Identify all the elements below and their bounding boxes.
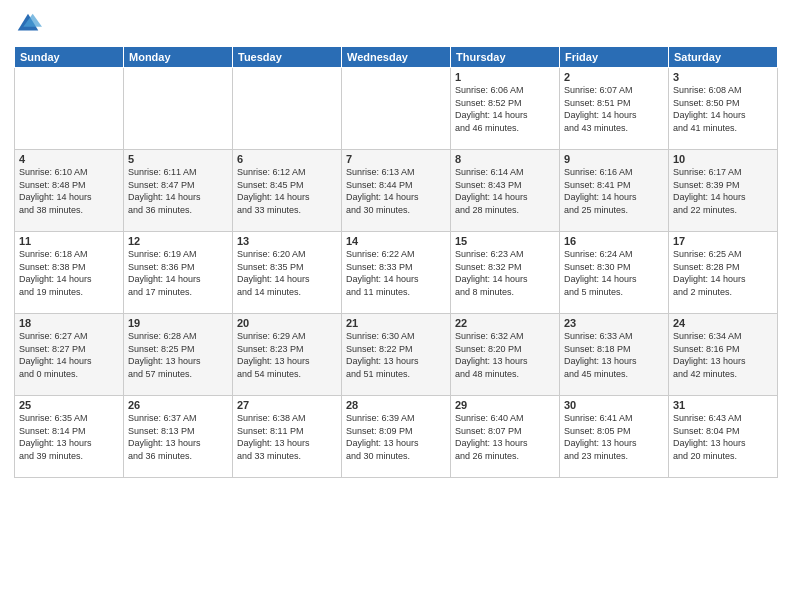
- day-number: 25: [19, 399, 119, 411]
- day-info: Sunrise: 6:20 AM Sunset: 8:35 PM Dayligh…: [237, 248, 337, 298]
- calendar-body: 1Sunrise: 6:06 AM Sunset: 8:52 PM Daylig…: [15, 68, 778, 478]
- calendar-cell: 8Sunrise: 6:14 AM Sunset: 8:43 PM Daylig…: [451, 150, 560, 232]
- calendar-cell: 27Sunrise: 6:38 AM Sunset: 8:11 PM Dayli…: [233, 396, 342, 478]
- day-info: Sunrise: 6:43 AM Sunset: 8:04 PM Dayligh…: [673, 412, 773, 462]
- day-info: Sunrise: 6:39 AM Sunset: 8:09 PM Dayligh…: [346, 412, 446, 462]
- day-number: 21: [346, 317, 446, 329]
- weekday-header: Tuesday: [233, 47, 342, 68]
- calendar-cell: 18Sunrise: 6:27 AM Sunset: 8:27 PM Dayli…: [15, 314, 124, 396]
- weekday-header: Saturday: [669, 47, 778, 68]
- calendar-cell: 11Sunrise: 6:18 AM Sunset: 8:38 PM Dayli…: [15, 232, 124, 314]
- calendar-header-row: SundayMondayTuesdayWednesdayThursdayFrid…: [15, 47, 778, 68]
- day-number: 31: [673, 399, 773, 411]
- day-number: 10: [673, 153, 773, 165]
- day-number: 4: [19, 153, 119, 165]
- day-number: 30: [564, 399, 664, 411]
- day-number: 19: [128, 317, 228, 329]
- day-number: 26: [128, 399, 228, 411]
- day-number: 24: [673, 317, 773, 329]
- calendar: SundayMondayTuesdayWednesdayThursdayFrid…: [14, 46, 778, 478]
- day-info: Sunrise: 6:30 AM Sunset: 8:22 PM Dayligh…: [346, 330, 446, 380]
- weekday-header: Wednesday: [342, 47, 451, 68]
- day-number: 5: [128, 153, 228, 165]
- day-info: Sunrise: 6:33 AM Sunset: 8:18 PM Dayligh…: [564, 330, 664, 380]
- day-number: 9: [564, 153, 664, 165]
- day-info: Sunrise: 6:13 AM Sunset: 8:44 PM Dayligh…: [346, 166, 446, 216]
- day-number: 11: [19, 235, 119, 247]
- day-info: Sunrise: 6:32 AM Sunset: 8:20 PM Dayligh…: [455, 330, 555, 380]
- day-number: 28: [346, 399, 446, 411]
- day-number: 16: [564, 235, 664, 247]
- day-number: 13: [237, 235, 337, 247]
- calendar-cell: 29Sunrise: 6:40 AM Sunset: 8:07 PM Dayli…: [451, 396, 560, 478]
- weekday-header: Monday: [124, 47, 233, 68]
- calendar-cell: 7Sunrise: 6:13 AM Sunset: 8:44 PM Daylig…: [342, 150, 451, 232]
- day-info: Sunrise: 6:19 AM Sunset: 8:36 PM Dayligh…: [128, 248, 228, 298]
- calendar-cell: 6Sunrise: 6:12 AM Sunset: 8:45 PM Daylig…: [233, 150, 342, 232]
- weekday-header: Friday: [560, 47, 669, 68]
- calendar-cell: 31Sunrise: 6:43 AM Sunset: 8:04 PM Dayli…: [669, 396, 778, 478]
- calendar-cell: [124, 68, 233, 150]
- day-info: Sunrise: 6:22 AM Sunset: 8:33 PM Dayligh…: [346, 248, 446, 298]
- calendar-cell: 3Sunrise: 6:08 AM Sunset: 8:50 PM Daylig…: [669, 68, 778, 150]
- day-number: 22: [455, 317, 555, 329]
- calendar-cell: [233, 68, 342, 150]
- calendar-cell: 23Sunrise: 6:33 AM Sunset: 8:18 PM Dayli…: [560, 314, 669, 396]
- day-info: Sunrise: 6:34 AM Sunset: 8:16 PM Dayligh…: [673, 330, 773, 380]
- day-info: Sunrise: 6:41 AM Sunset: 8:05 PM Dayligh…: [564, 412, 664, 462]
- day-number: 12: [128, 235, 228, 247]
- calendar-week-row: 18Sunrise: 6:27 AM Sunset: 8:27 PM Dayli…: [15, 314, 778, 396]
- calendar-cell: 4Sunrise: 6:10 AM Sunset: 8:48 PM Daylig…: [15, 150, 124, 232]
- day-number: 8: [455, 153, 555, 165]
- day-number: 20: [237, 317, 337, 329]
- day-info: Sunrise: 6:23 AM Sunset: 8:32 PM Dayligh…: [455, 248, 555, 298]
- calendar-cell: 28Sunrise: 6:39 AM Sunset: 8:09 PM Dayli…: [342, 396, 451, 478]
- calendar-cell: 10Sunrise: 6:17 AM Sunset: 8:39 PM Dayli…: [669, 150, 778, 232]
- page: SundayMondayTuesdayWednesdayThursdayFrid…: [0, 0, 792, 612]
- day-number: 3: [673, 71, 773, 83]
- day-info: Sunrise: 6:17 AM Sunset: 8:39 PM Dayligh…: [673, 166, 773, 216]
- day-number: 23: [564, 317, 664, 329]
- day-number: 18: [19, 317, 119, 329]
- calendar-cell: 17Sunrise: 6:25 AM Sunset: 8:28 PM Dayli…: [669, 232, 778, 314]
- calendar-cell: 12Sunrise: 6:19 AM Sunset: 8:36 PM Dayli…: [124, 232, 233, 314]
- day-info: Sunrise: 6:11 AM Sunset: 8:47 PM Dayligh…: [128, 166, 228, 216]
- calendar-cell: [15, 68, 124, 150]
- day-number: 2: [564, 71, 664, 83]
- day-info: Sunrise: 6:16 AM Sunset: 8:41 PM Dayligh…: [564, 166, 664, 216]
- day-number: 7: [346, 153, 446, 165]
- day-info: Sunrise: 6:29 AM Sunset: 8:23 PM Dayligh…: [237, 330, 337, 380]
- calendar-cell: 16Sunrise: 6:24 AM Sunset: 8:30 PM Dayli…: [560, 232, 669, 314]
- calendar-cell: 21Sunrise: 6:30 AM Sunset: 8:22 PM Dayli…: [342, 314, 451, 396]
- day-number: 14: [346, 235, 446, 247]
- calendar-cell: 14Sunrise: 6:22 AM Sunset: 8:33 PM Dayli…: [342, 232, 451, 314]
- day-number: 15: [455, 235, 555, 247]
- header: [14, 10, 778, 38]
- day-number: 17: [673, 235, 773, 247]
- day-info: Sunrise: 6:38 AM Sunset: 8:11 PM Dayligh…: [237, 412, 337, 462]
- calendar-cell: 22Sunrise: 6:32 AM Sunset: 8:20 PM Dayli…: [451, 314, 560, 396]
- day-number: 6: [237, 153, 337, 165]
- calendar-week-row: 1Sunrise: 6:06 AM Sunset: 8:52 PM Daylig…: [15, 68, 778, 150]
- day-info: Sunrise: 6:08 AM Sunset: 8:50 PM Dayligh…: [673, 84, 773, 134]
- day-info: Sunrise: 6:18 AM Sunset: 8:38 PM Dayligh…: [19, 248, 119, 298]
- day-number: 29: [455, 399, 555, 411]
- day-info: Sunrise: 6:37 AM Sunset: 8:13 PM Dayligh…: [128, 412, 228, 462]
- calendar-cell: 2Sunrise: 6:07 AM Sunset: 8:51 PM Daylig…: [560, 68, 669, 150]
- calendar-week-row: 25Sunrise: 6:35 AM Sunset: 8:14 PM Dayli…: [15, 396, 778, 478]
- day-info: Sunrise: 6:25 AM Sunset: 8:28 PM Dayligh…: [673, 248, 773, 298]
- calendar-cell: [342, 68, 451, 150]
- day-info: Sunrise: 6:14 AM Sunset: 8:43 PM Dayligh…: [455, 166, 555, 216]
- calendar-cell: 9Sunrise: 6:16 AM Sunset: 8:41 PM Daylig…: [560, 150, 669, 232]
- calendar-cell: 15Sunrise: 6:23 AM Sunset: 8:32 PM Dayli…: [451, 232, 560, 314]
- logo: [14, 10, 46, 38]
- calendar-cell: 13Sunrise: 6:20 AM Sunset: 8:35 PM Dayli…: [233, 232, 342, 314]
- calendar-cell: 1Sunrise: 6:06 AM Sunset: 8:52 PM Daylig…: [451, 68, 560, 150]
- calendar-cell: 25Sunrise: 6:35 AM Sunset: 8:14 PM Dayli…: [15, 396, 124, 478]
- day-info: Sunrise: 6:40 AM Sunset: 8:07 PM Dayligh…: [455, 412, 555, 462]
- day-info: Sunrise: 6:24 AM Sunset: 8:30 PM Dayligh…: [564, 248, 664, 298]
- calendar-week-row: 11Sunrise: 6:18 AM Sunset: 8:38 PM Dayli…: [15, 232, 778, 314]
- day-info: Sunrise: 6:12 AM Sunset: 8:45 PM Dayligh…: [237, 166, 337, 216]
- calendar-cell: 30Sunrise: 6:41 AM Sunset: 8:05 PM Dayli…: [560, 396, 669, 478]
- calendar-cell: 20Sunrise: 6:29 AM Sunset: 8:23 PM Dayli…: [233, 314, 342, 396]
